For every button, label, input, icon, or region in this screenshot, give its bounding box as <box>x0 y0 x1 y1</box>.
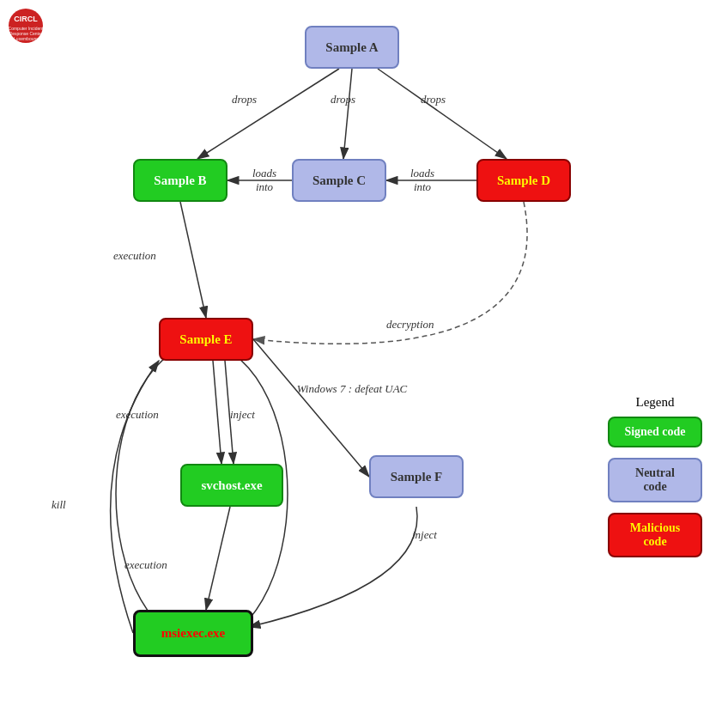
legend: Legend Signed code Neutral code Maliciou… <box>608 395 702 568</box>
label-kill: kill <box>52 498 66 512</box>
node-sample-c: Sample C <box>292 159 386 202</box>
svg-line-16 <box>206 507 230 610</box>
label-exec-esvc: execution <box>116 408 159 422</box>
diagram-container: CIRCL Computer Incident Response Center … <box>0 0 728 712</box>
svg-line-7 <box>197 69 339 159</box>
node-svchost: svchost.exe <box>180 464 283 507</box>
legend-title: Legend <box>608 395 702 410</box>
svg-line-15 <box>253 339 369 477</box>
label-decrypt: decryption <box>386 318 434 332</box>
node-sample-a: Sample A <box>305 26 399 69</box>
node-sample-f: Sample F <box>369 455 464 498</box>
label-exec-svcm: execution <box>124 558 167 572</box>
node-msiexec: msiexec.exe <box>133 610 253 657</box>
node-sample-b: Sample B <box>133 159 228 202</box>
label-drops-ac: drops <box>331 93 355 106</box>
label-inject-esvc: inject <box>230 408 255 422</box>
label-loads-cb: loadsinto <box>239 167 290 194</box>
node-sample-e: Sample E <box>159 318 253 361</box>
legend-neutral: Neutral code <box>608 458 702 502</box>
logo: CIRCL Computer Incident Response Center … <box>7 7 45 48</box>
node-sample-d: Sample D <box>476 159 571 202</box>
svg-line-9 <box>378 69 507 159</box>
svg-text:CIRCL: CIRCL <box>14 15 38 23</box>
legend-signed: Signed code <box>608 417 702 447</box>
legend-malicious: Malicious code <box>608 513 702 557</box>
label-loads-dc: loadsinto <box>397 167 448 194</box>
label-drops-ad: drops <box>421 93 446 106</box>
svg-line-13 <box>213 361 221 464</box>
label-win7-uac: Windows 7 : defeat UAC <box>266 382 438 396</box>
svg-text:Luxembourg: Luxembourg <box>14 36 38 41</box>
label-exec-be: execution <box>113 249 156 263</box>
label-inject-fm: inject <box>412 528 437 542</box>
arrows-svg <box>0 0 728 712</box>
svg-line-8 <box>343 69 352 159</box>
svg-line-12 <box>180 202 206 318</box>
label-drops-ab: drops <box>232 93 257 106</box>
